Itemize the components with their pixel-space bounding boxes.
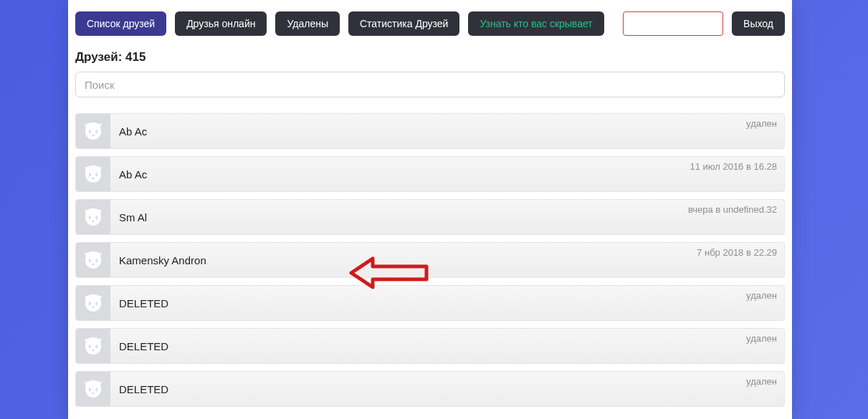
list-item[interactable]: Ab Ac удален (75, 113, 785, 149)
nav-deleted[interactable]: Удалены (275, 11, 340, 36)
svg-point-0 (92, 135, 95, 136)
friend-name: Sm Al (119, 211, 147, 223)
nav-friends-online[interactable]: Друзья онлайн (175, 11, 267, 36)
list-item[interactable]: Kamensky Andron 7 нбр 2018 в 22.29 (75, 242, 785, 278)
friend-name: Ab Ac (119, 125, 147, 138)
friend-status: удален (746, 290, 777, 301)
friend-name: DELETED (119, 340, 168, 352)
friends-count-label: Друзей: (75, 50, 125, 64)
svg-point-4 (92, 307, 95, 308)
avatar (76, 243, 110, 277)
logout-button[interactable]: Выход (732, 11, 785, 36)
list-item[interactable]: Sm Al вчера в undefined.32 (75, 199, 785, 235)
dog-avatar-icon (81, 377, 105, 401)
main-panel: Список друзей Друзья онлайн Удалены Стат… (68, 0, 792, 419)
code-input[interactable] (623, 11, 723, 36)
list-item[interactable]: DELETED удален (75, 371, 785, 407)
dog-avatar-icon (81, 205, 105, 229)
friend-name: DELETED (119, 383, 168, 395)
svg-point-3 (92, 264, 95, 265)
friend-status: удален (746, 333, 777, 344)
avatar (76, 286, 110, 320)
list-item[interactable]: DELETED удален (75, 285, 785, 321)
friends-count: Друзей: 415 (75, 50, 785, 64)
friends-list: Ab Ac удален Ab Ac 11 июл 2016 в 16.28 S… (75, 113, 785, 407)
friend-status: удален (746, 376, 777, 387)
avatar (76, 200, 110, 234)
search-input[interactable] (75, 72, 785, 97)
svg-point-1 (92, 178, 95, 179)
svg-point-5 (92, 350, 95, 351)
avatar (76, 114, 110, 148)
friend-name: DELETED (119, 297, 168, 309)
friend-status: вчера в undefined.32 (688, 204, 777, 215)
dog-avatar-icon (81, 291, 105, 315)
list-item[interactable]: DELETED удален (75, 328, 785, 364)
friend-name: Kamensky Andron (119, 254, 206, 266)
nav-who-hides[interactable]: Узнать кто вас скрывает (468, 11, 604, 36)
dog-avatar-icon (81, 162, 105, 186)
dog-avatar-icon (81, 119, 105, 143)
dog-avatar-icon (81, 248, 105, 272)
dog-avatar-icon (81, 334, 105, 358)
svg-point-2 (92, 221, 95, 222)
list-item[interactable]: Ab Ac 11 июл 2016 в 16.28 (75, 156, 785, 192)
avatar (76, 329, 110, 363)
avatar (76, 157, 110, 191)
friend-status: 11 июл 2016 в 16.28 (690, 161, 777, 172)
avatar (76, 372, 110, 406)
nav-friends-list[interactable]: Список друзей (75, 11, 166, 36)
svg-point-6 (92, 392, 95, 394)
friends-count-value: 415 (125, 50, 146, 64)
nav-friends-stats[interactable]: Статистика Друзей (348, 11, 459, 36)
friend-name: Ab Ac (119, 168, 147, 180)
friend-status: 7 нбр 2018 в 22.29 (697, 247, 777, 258)
top-toolbar: Список друзей Друзья онлайн Удалены Стат… (75, 11, 785, 36)
friend-status: удален (746, 118, 777, 129)
